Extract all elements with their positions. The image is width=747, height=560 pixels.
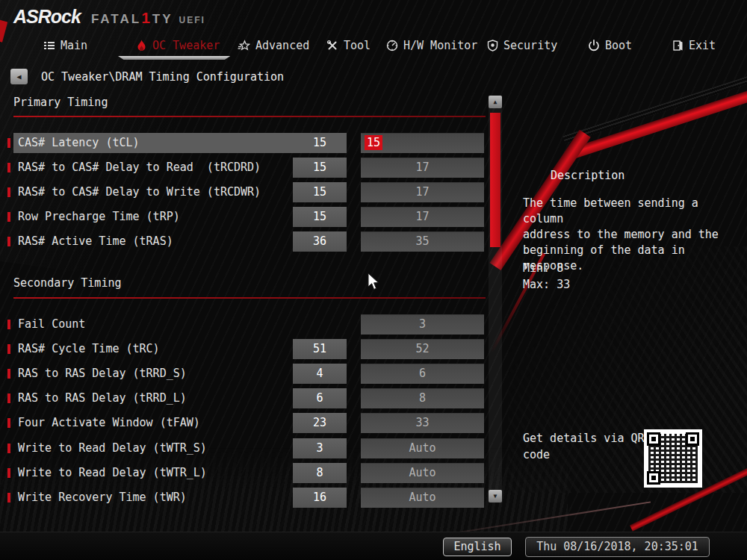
power-icon xyxy=(588,40,600,52)
tab-label: Advanced xyxy=(255,39,309,52)
timing-row-tcl[interactable]: CAS# Latency (tCL) 15 1515 xyxy=(13,133,484,153)
scrollbar-thumb[interactable] xyxy=(490,113,500,247)
breadcrumb: OC Tweaker\DRAM Timing Configuration xyxy=(41,70,284,84)
row-setting-field[interactable]: 6 xyxy=(361,364,484,384)
row-tick xyxy=(7,320,10,329)
tab-hw-monitor[interactable]: H/W Monitor xyxy=(386,37,477,54)
tab-label: Exit xyxy=(689,39,716,52)
row-tick xyxy=(7,187,10,197)
section-title-primary: Primary Timing xyxy=(13,96,108,109)
section-divider xyxy=(13,116,486,117)
back-button[interactable]: ◀ xyxy=(10,69,28,84)
row-setting-field[interactable]: 3 xyxy=(361,314,484,335)
row-label: RAS to RAS Delay (tRRD_L) xyxy=(18,388,187,408)
row-label: RAS# Active Time (tRAS) xyxy=(18,231,173,252)
brand-logo: ASRock FATAL1TY UEFI xyxy=(13,6,205,28)
tab-label: OC Tweaker xyxy=(152,39,220,52)
timing-row-trc[interactable]: RAS# Cycle Time (tRC) 51 52 xyxy=(13,339,484,359)
active-tab-underline xyxy=(118,56,230,60)
timing-row-trrd-s[interactable]: RAS to RAS Delay (tRRD_S) 4 6 xyxy=(13,364,484,384)
row-current-value: 23 xyxy=(293,413,347,433)
tab-label: Tool xyxy=(344,39,371,52)
scrollbar: ▲ ▼ xyxy=(489,96,502,503)
row-setting-field[interactable]: 17 xyxy=(361,207,484,227)
row-current-value: 6 xyxy=(293,388,347,408)
door-icon xyxy=(672,40,684,52)
down-arrow-icon: ▼ xyxy=(494,493,498,500)
timing-row-tras[interactable]: RAS# Active Time (tRAS) 36 35 xyxy=(13,231,484,252)
fatal1ty-logo: FATAL1TY xyxy=(91,9,173,27)
qr-finder-bottom-left xyxy=(647,471,660,485)
timing-row-tfaw[interactable]: Four Activate Window (tFAW) 23 33 xyxy=(13,413,484,433)
tab-security[interactable]: Security xyxy=(487,37,557,54)
back-arrow-icon: ◀ xyxy=(16,73,21,81)
tab-oc-tweaker[interactable]: OC Tweaker xyxy=(136,37,220,54)
description-max: Max: 33 xyxy=(523,278,570,291)
uefi-label: UEFI xyxy=(179,15,205,25)
timing-row-twtr-l[interactable]: Write to Read Delay (tWTR_L) 8 Auto xyxy=(13,463,484,483)
row-label: Fail Count xyxy=(18,314,85,335)
scrollbar-down-button[interactable]: ▼ xyxy=(489,490,502,503)
row-label: Write to Read Delay (tWTR_S) xyxy=(18,438,207,458)
tools-icon xyxy=(326,40,338,52)
description-title: Description xyxy=(551,169,624,182)
red-swoosh-top-right xyxy=(566,87,747,161)
timing-row-trcdrd[interactable]: RAS# to CAS# Delay to Read (tRCDRD) 15 1… xyxy=(13,158,484,178)
row-current-value: 8 xyxy=(293,463,347,483)
row-label: Write Recovery Time (tWR) xyxy=(18,488,187,508)
description-min: Min: 8 xyxy=(523,261,563,275)
row-current-value: 4 xyxy=(293,364,347,384)
row-current-value: 51 xyxy=(293,339,347,359)
row-label: Row Precharge Time (tRP) xyxy=(18,207,180,227)
row-label: Four Activate Window (tFAW) xyxy=(18,413,200,433)
red-sliver-top-left xyxy=(0,19,7,42)
gauge-icon xyxy=(386,40,398,52)
row-current-value: 15 xyxy=(293,182,347,202)
row-current-value: 15 xyxy=(293,207,347,227)
row-tick xyxy=(7,493,10,503)
row-setting-field[interactable]: Auto xyxy=(361,488,484,508)
row-setting-field[interactable]: 33 xyxy=(361,413,484,433)
row-setting-field[interactable]: Auto xyxy=(361,438,484,458)
row-current-value: 15 xyxy=(293,158,347,178)
row-setting-field[interactable]: 1515 xyxy=(361,133,484,153)
row-current-value: 16 xyxy=(293,488,347,508)
section-divider xyxy=(13,297,486,299)
tab-tool[interactable]: Tool xyxy=(326,37,371,54)
row-setting-field[interactable]: 8 xyxy=(361,388,484,408)
row-tick xyxy=(7,237,10,246)
flame-icon xyxy=(136,40,147,52)
row-tick xyxy=(7,138,10,148)
uefi-screen: ASRock FATAL1TY UEFI Main OC Tweaker Adv… xyxy=(0,0,747,560)
row-setting-field[interactable]: 17 xyxy=(361,158,484,178)
scrollbar-up-button[interactable]: ▲ xyxy=(489,96,502,108)
row-label: RAS# Cycle Time (tRC) xyxy=(18,339,160,359)
tab-exit[interactable]: Exit xyxy=(672,37,716,54)
row-setting-field[interactable]: 52 xyxy=(361,339,484,359)
row-current-value: 15 xyxy=(293,133,347,153)
list-icon xyxy=(43,40,55,52)
timing-row-twr[interactable]: Write Recovery Time (tWR) 16 Auto xyxy=(13,488,484,508)
row-label: CAS# Latency (tCL) xyxy=(18,133,140,153)
timing-row-fail-count[interactable]: Fail Count 3 xyxy=(13,314,484,335)
timing-row-trp[interactable]: Row Precharge Time (tRP) 15 17 xyxy=(13,207,484,227)
star-icon xyxy=(238,40,250,52)
qr-finder-top-right xyxy=(686,432,699,446)
timing-row-trrd-l[interactable]: RAS to RAS Delay (tRRD_L) 6 8 xyxy=(13,388,484,408)
datetime-display: Thu 08/16/2018, 20:35:01 xyxy=(525,537,710,557)
tab-label: Boot xyxy=(605,39,632,52)
tab-advanced[interactable]: Advanced xyxy=(238,37,309,54)
timing-row-twtr-s[interactable]: Write to Read Delay (tWTR_S) 3 Auto xyxy=(13,438,484,458)
row-setting-field[interactable]: 17 xyxy=(361,182,484,202)
row-setting-field[interactable]: Auto xyxy=(361,463,484,483)
tab-label: H/W Monitor xyxy=(403,39,477,52)
language-button[interactable]: English xyxy=(443,538,512,556)
asrock-logo: ASRock xyxy=(13,6,81,28)
row-label: RAS# to CAS# Delay to Write (tRCDWR) xyxy=(18,182,261,202)
row-setting-field[interactable]: 35 xyxy=(361,231,484,252)
tab-boot[interactable]: Boot xyxy=(588,37,632,54)
timing-row-trcdwr[interactable]: RAS# to CAS# Delay to Write (tRCDWR) 15 … xyxy=(13,182,484,202)
row-label: Write to Read Delay (tWTR_L) xyxy=(18,463,207,483)
row-tick xyxy=(7,418,10,428)
tab-main[interactable]: Main xyxy=(43,37,87,54)
